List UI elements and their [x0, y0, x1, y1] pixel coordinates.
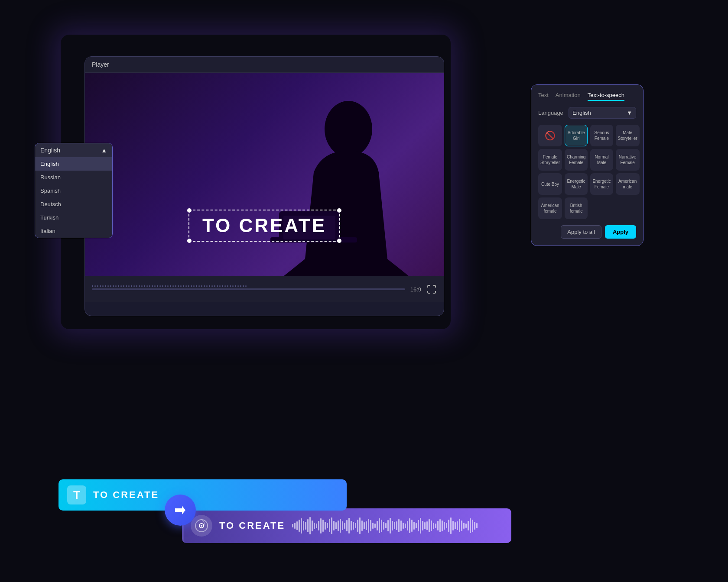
tts-language-label: Language — [538, 110, 564, 116]
waveform-bar — [303, 521, 304, 530]
waveform-bar — [439, 519, 441, 532]
voice-cell-0[interactable]: 🚫 — [538, 125, 562, 146]
waveform-bar — [409, 518, 410, 533]
waveform-bar — [307, 519, 309, 532]
timeline-dot — [232, 285, 234, 287]
waveform-bar — [424, 522, 426, 529]
timeline-dot — [222, 285, 223, 287]
tab-text[interactable]: Text — [538, 92, 549, 101]
waveform-bar — [348, 518, 350, 534]
waveform-bar — [355, 523, 356, 528]
waveform-bar — [301, 518, 302, 534]
aspect-ratio[interactable]: 16:9 — [410, 286, 421, 293]
waveform-bar — [400, 521, 402, 531]
scene: Player — [0, 0, 728, 582]
timeline-dot — [167, 285, 169, 287]
waveform-bar — [342, 521, 343, 530]
handle-bl[interactable] — [187, 239, 192, 243]
dropdown-item-spanish[interactable]: Spanish — [35, 184, 112, 197]
text-track-label: TO CREATE — [93, 489, 159, 501]
timeline-dots — [92, 285, 405, 287]
waveform-bar — [444, 522, 445, 530]
waveform-bar — [359, 517, 361, 534]
waveform-bar — [353, 522, 354, 530]
voice-cell-9[interactable]: Energetic Male — [565, 173, 588, 195]
timeline-dot — [141, 285, 143, 287]
dropdown-selected: English — [40, 147, 60, 154]
dropdown-item-italian[interactable]: Italian — [35, 224, 112, 238]
timeline-dot — [214, 285, 215, 287]
dropdown-header[interactable]: English ▲ — [35, 143, 112, 157]
convert-button[interactable] — [165, 495, 196, 526]
waveform-bar — [455, 522, 456, 529]
waveform-bar — [296, 521, 298, 530]
fullscreen-button[interactable] — [426, 284, 437, 294]
waveform-bar — [465, 524, 467, 528]
waveform-bar — [448, 520, 449, 532]
timeline-dot — [159, 285, 161, 287]
timeline-dot — [178, 285, 179, 287]
waveform-bar — [344, 523, 345, 529]
voice-cell-11[interactable]: American male — [616, 173, 640, 195]
timeline-dot — [133, 285, 135, 287]
waveform-bar — [435, 524, 436, 528]
voice-cell-8[interactable]: Cute Boy — [538, 173, 562, 195]
waveform-bar — [422, 521, 423, 530]
dropdown-item-deutsch[interactable]: Deutsch — [35, 197, 112, 211]
waveform-bar — [361, 521, 363, 531]
voice-cell-13[interactable]: British female — [565, 197, 588, 219]
dropdown-item-russian[interactable]: Russian — [35, 171, 112, 184]
waveform-bar — [405, 524, 406, 528]
waveform-bar — [407, 521, 408, 530]
timeline-dot — [152, 285, 153, 287]
voice-cell-6[interactable]: Normal Male — [590, 149, 613, 171]
dropdown-items: EnglishRussianSpanishDeutschTurkishItali… — [35, 157, 112, 238]
waveform-bar — [346, 520, 348, 531]
timeline-dot — [217, 285, 218, 287]
voice-cell-4[interactable]: Female Storyteller — [538, 149, 562, 171]
player-controls: 16:9 — [85, 276, 444, 302]
timeline-dot — [92, 285, 93, 287]
tab-tts[interactable]: Text-to-speech — [588, 92, 624, 101]
audio-track-icon — [191, 515, 212, 537]
waveform-bar — [364, 522, 365, 529]
waveform-bar — [457, 521, 458, 530]
timeline-dot — [105, 285, 106, 287]
voice-cell-10[interactable]: Energetic Female — [590, 173, 613, 195]
timeline-dot — [227, 285, 228, 287]
timeline-dot — [240, 285, 241, 287]
waveform-bar — [413, 522, 415, 530]
timeline-dot — [219, 285, 221, 287]
waveform-bar — [390, 518, 391, 534]
timeline-dot — [107, 285, 109, 287]
apply-button[interactable]: Apply — [605, 225, 636, 239]
voice-cell-12[interactable]: American female — [538, 197, 562, 219]
apply-all-button[interactable]: Apply to all — [561, 225, 601, 239]
handle-tl[interactable] — [187, 208, 192, 213]
voice-cell-7[interactable]: Narrative Female — [616, 149, 640, 171]
waveform-bar — [420, 518, 421, 534]
dropdown-item-turkish[interactable]: Turkish — [35, 211, 112, 224]
tab-animation[interactable]: Animation — [556, 92, 581, 101]
waveform-bar — [450, 517, 452, 534]
voice-cell-1[interactable]: Adorable Girl — [565, 125, 588, 146]
waveform-bar — [333, 521, 335, 530]
waveform-bar — [357, 520, 358, 532]
waveform-bar — [470, 518, 471, 533]
waveform-bar — [331, 517, 332, 534]
tts-language-row: Language English ▼ — [538, 107, 636, 119]
waveform-bar — [442, 521, 443, 531]
timeline-dot — [144, 285, 145, 287]
timeline-bar[interactable] — [92, 288, 405, 290]
waveform-bar — [335, 522, 337, 529]
voice-cell-3[interactable]: Male Storyteller — [616, 125, 640, 146]
dropdown-item-english[interactable]: English — [35, 157, 112, 171]
waveform-bar — [372, 523, 374, 529]
waveform-bar — [452, 521, 454, 530]
waveform-bar — [320, 518, 322, 534]
voice-cell-5[interactable]: Charming Female — [565, 149, 588, 171]
player-title: Player — [92, 61, 109, 68]
waveform-bar — [392, 521, 393, 530]
tts-language-select[interactable]: English ▼ — [569, 107, 636, 119]
voice-cell-2[interactable]: Serious Female — [590, 125, 613, 146]
